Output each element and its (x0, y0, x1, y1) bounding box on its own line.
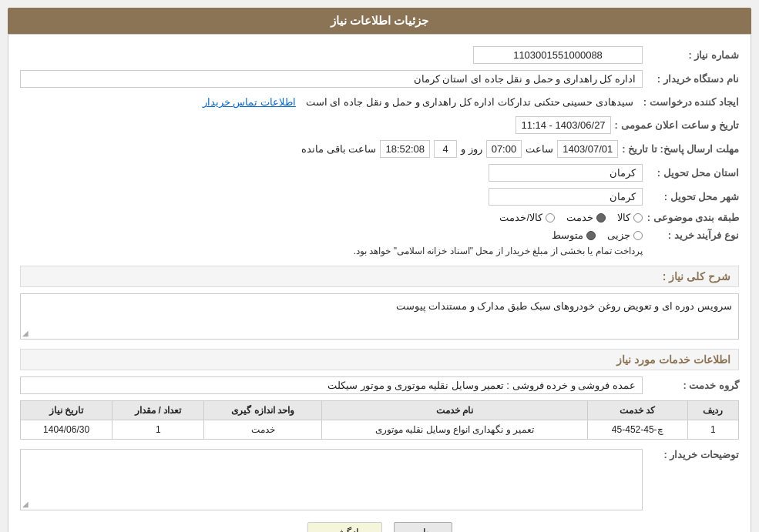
deadline-remaining-label: ساعت باقی مانده (301, 143, 376, 155)
col-service-code: کد خدمت (587, 401, 687, 420)
creator-value: سیدهادی حسینی حتکنی تدارکات اداره کل راه… (300, 94, 640, 110)
deadline-row: مهلت ارسال پاسخ: تا تاریخ : 1403/07/01 س… (20, 140, 739, 158)
category-kala-khedmat[interactable]: کالا/خدمت (499, 212, 555, 223)
description-box: سرویس دوره ای و تعویض روغن خودروهای سبک … (20, 293, 739, 340)
services-section-title: اطلاعات خدمات مورد نیاز (20, 349, 739, 370)
deadline-remaining: 18:52:08 (380, 140, 430, 158)
need-number-value: 1103001551000088 (473, 46, 643, 64)
city-value: کرمان (489, 188, 643, 206)
category-kala-khedmat-label: کالا/خدمت (499, 212, 542, 223)
buyer-desc-label: توضیحات خریدار : (646, 449, 739, 460)
footer-buttons: چاپ بازگشت (20, 522, 739, 532)
purchase-jozii-label: جزیی (607, 229, 630, 241)
table-header-row: ردیف کد خدمت نام خدمت واحد اندازه گیری ت… (21, 401, 739, 420)
announce-date-row: تاریخ و ساعت اعلان عمومی : 1403/06/27 - … (20, 116, 739, 134)
service-group-label: گروه خدمت : (646, 380, 739, 391)
announce-date-label: تاریخ و ساعت اعلان عمومی : (615, 119, 739, 131)
category-khedmat-radio (596, 213, 606, 223)
org-name-label: نام دستگاه خریدار : (646, 73, 739, 85)
purchase-type-options: جزیی متوسط پرداخت تمام یا بخشی از مبلغ خ… (354, 229, 643, 256)
need-number-label: شماره نیاز : (646, 49, 739, 61)
purchase-motavaset[interactable]: متوسط (552, 229, 596, 241)
purchase-type-label: نوع فرآیند خرید : (646, 229, 739, 241)
purchase-note: پرداخت تمام یا بخشی از مبلغ خریدار از مح… (354, 246, 643, 256)
creator-contact-link[interactable]: اطلاعات تماس خریدار (203, 96, 296, 108)
col-row-number: ردیف (687, 401, 739, 420)
cell-name-0: تعمیر و نگهداری انواع وسایل نقلیه موتوری (321, 420, 587, 440)
buyer-desc-row: توضیحات خریدار : ◢ (20, 449, 739, 510)
page-header: جزئیات اطلاعات نیاز (8, 8, 751, 34)
category-kala-radio (633, 213, 643, 223)
cell-count-0: 1 (113, 420, 204, 440)
deadline-days: 4 (434, 140, 457, 158)
purchase-type-row: نوع فرآیند خرید : جزیی متوسط پرداخت تمام… (20, 229, 739, 256)
category-kala-label: کالا (617, 212, 630, 223)
service-group-row: گروه خدمت : عمده فروشی و خرده فروشی : تع… (20, 376, 739, 394)
category-kala[interactable]: کالا (617, 212, 643, 223)
province-value: کرمان (489, 164, 643, 182)
service-table-body: 1 چ-45-452-45 تعمیر و نگهداری انواع وسای… (21, 420, 739, 440)
col-service-name: نام خدمت (321, 401, 587, 420)
category-row: طبقه بندی موضوعی : کالا خدمت کالا/خدمت (20, 212, 739, 223)
description-title-text: شرح کلی نیاز : (663, 270, 730, 283)
service-table: ردیف کد خدمت نام خدمت واحد اندازه گیری ت… (20, 400, 739, 440)
org-name-row: نام دستگاه خریدار : اداره کل راهداری و ح… (20, 70, 739, 88)
purchase-jozii-radio (633, 231, 643, 240)
category-khedmat-label: خدمت (566, 212, 593, 223)
category-khedmat[interactable]: خدمت (566, 212, 606, 223)
city-label: شهر محل تحویل : (646, 191, 739, 202)
purchase-type-radios: جزیی متوسط (354, 229, 643, 241)
col-unit: واحد اندازه گیری (204, 401, 322, 420)
col-date: تاریخ نیاز (21, 401, 113, 420)
cell-row-0: 1 (687, 420, 739, 440)
purchase-jozii[interactable]: جزیی (607, 229, 643, 241)
category-label: طبقه بندی موضوعی : (646, 212, 739, 223)
deadline-time-label: ساعت (526, 143, 553, 155)
service-group-value: عمده فروشی و خرده فروشی : تعمیر وسایل نق… (20, 376, 643, 394)
header-title: جزئیات اطلاعات نیاز (331, 14, 428, 27)
creator-label: ایجاد کننده درخواست : (643, 96, 739, 108)
page-container: جزئیات اطلاعات نیاز شماره نیاز : 1103001… (0, 0, 759, 532)
purchase-motavaset-radio (586, 231, 596, 240)
main-panel: شماره نیاز : 1103001551000088 نام دستگاه… (8, 34, 751, 532)
province-row: استان محل تحویل : کرمان (20, 164, 739, 182)
print-button[interactable]: چاپ (394, 522, 452, 532)
purchase-motavaset-label: متوسط (552, 229, 583, 241)
cell-unit-0: خدمت (204, 420, 322, 440)
description-section-title: شرح کلی نیاز : (20, 266, 739, 287)
watermark-area: سرویس دوره ای و تعویض روغن خودروهای سبک … (20, 293, 739, 340)
announce-date-value: 1403/06/27 - 11:14 (516, 116, 610, 134)
description-value: سرویس دوره ای و تعویض روغن خودروهای سبک … (396, 300, 732, 312)
city-row: شهر محل تحویل : کرمان (20, 188, 739, 206)
back-button[interactable]: بازگشت (307, 522, 382, 532)
province-label: استان محل تحویل : (646, 167, 739, 179)
category-kala-khedmat-radio (546, 213, 555, 223)
buyer-desc-resize: ◢ (22, 500, 29, 508)
resize-handle: ◢ (22, 329, 29, 337)
services-title-text: اطلاعات خدمات مورد نیاز (616, 353, 730, 366)
org-name-value: اداره کل راهداری و حمل و نقل جاده ای است… (20, 70, 643, 88)
need-number-row: شماره نیاز : 1103001551000088 (20, 46, 739, 64)
col-count: تعداد / مقدار (113, 401, 204, 420)
cell-code-0: چ-45-452-45 (587, 420, 687, 440)
buyer-desc-box: ◢ (20, 449, 643, 510)
deadline-day-label: روز و (461, 143, 482, 155)
description-wrapper: سرویس دوره ای و تعویض روغن خودروهای سبک … (20, 293, 739, 340)
deadline-label: مهلت ارسال پاسخ: تا تاریخ : (622, 143, 739, 155)
creator-row: ایجاد کننده درخواست : سیدهادی حسینی حتکن… (20, 94, 739, 110)
deadline-time: 07:00 (486, 140, 522, 158)
table-row: 1 چ-45-452-45 تعمیر و نگهداری انواع وسای… (21, 420, 739, 440)
category-options: کالا خدمت کالا/خدمت (499, 212, 643, 223)
deadline-date: 1403/07/01 (557, 140, 618, 158)
cell-date-0: 1404/06/30 (21, 420, 113, 440)
